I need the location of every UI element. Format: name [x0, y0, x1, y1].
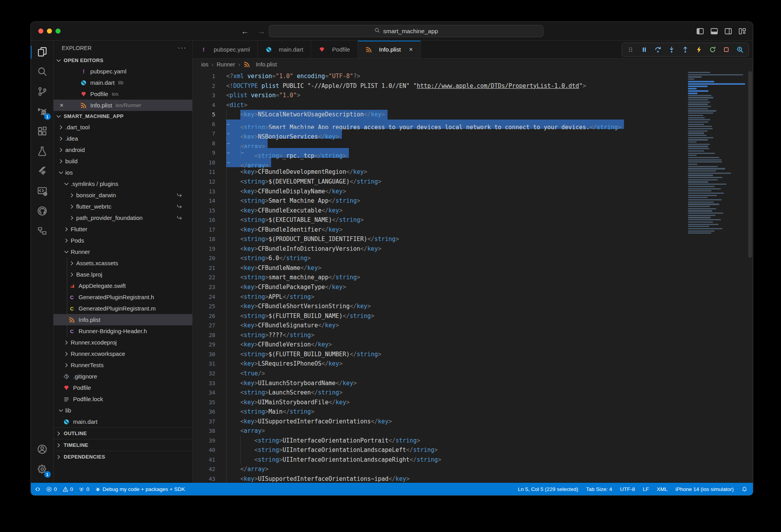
more-actions-icon[interactable]: ··· [178, 44, 187, 52]
line-content[interactable]: <string>LaunchScreen</string> [226, 388, 343, 398]
tree-item[interactable]: build [54, 155, 192, 167]
device-selector[interactable]: iPhone 14 (ios simulator) [676, 486, 734, 492]
code-line[interactable]: 3 <plist version="1.0"> [193, 91, 753, 100]
activity-account[interactable] [31, 440, 54, 460]
step-over-button[interactable] [654, 46, 661, 53]
code-line[interactable]: 27 <key>CFBundleSignature</key> [193, 321, 753, 330]
code-line[interactable]: 20 <string>6.0</string> [193, 254, 753, 263]
code-line[interactable]: 34 <string>LaunchScreen</string> [193, 388, 753, 398]
code-line[interactable]: 28 <string>????</string> [193, 330, 753, 340]
code-line[interactable]: 5 <key>NSLocalNetworkUsageDescription</k… [193, 110, 753, 120]
line-content[interactable]: <key>CFBundleShortVersionString</key> [226, 302, 371, 311]
line-content[interactable]: <string>$(DEVELOPMENT_LANGUAGE)</string> [226, 177, 381, 187]
gripper-button[interactable] [627, 46, 634, 53]
pause-button[interactable] [641, 46, 648, 53]
activity-testing[interactable] [31, 142, 54, 162]
tree-item[interactable]: ios [54, 167, 192, 178]
code-line[interactable]: 29 <key>CFBundleVersion</key> [193, 340, 753, 350]
breadcrumb-file[interactable]: Info.plist [243, 61, 277, 68]
code-line[interactable]: 14 <string>Smart Machine App</string> [193, 196, 753, 206]
tree-item[interactable]: .gitignore [54, 371, 192, 382]
step-into-button[interactable] [668, 46, 675, 53]
line-number[interactable]: 5 [193, 110, 215, 120]
open-editor-item[interactable]: !pubspec.yaml [54, 66, 192, 77]
activity-hierarchy[interactable] [31, 221, 54, 241]
code-line[interactable]: 11 <key>CFBundleDevelopmentRegion</key> [193, 167, 753, 177]
activity-run-debug[interactable]: 1 [31, 102, 54, 122]
line-number[interactable]: 40 [193, 445, 215, 455]
line-number[interactable]: 32 [193, 369, 215, 378]
toggle-panel-icon[interactable] [710, 27, 718, 35]
line-content[interactable]: →<array> [226, 139, 268, 148]
code-line[interactable]: 16 <string>$(EXECUTABLE_NAME)</string> [193, 215, 753, 225]
code-line[interactable]: 39 <string>UIInterfaceOrientationPortrai… [193, 436, 753, 446]
line-content[interactable]: <string>$(FLUTTER_BUILD_NUMBER)</string> [226, 350, 381, 359]
line-number[interactable]: 33 [193, 378, 215, 388]
code-line[interactable]: 21 <key>CFBundleName</key> [193, 263, 753, 273]
eol[interactable]: LF [643, 486, 649, 492]
toggle-secondary-sidebar-icon[interactable] [724, 27, 732, 35]
code-line[interactable]: 25 <key>CFBundleShortVersionString</key> [193, 302, 753, 311]
line-content[interactable]: <key>LSRequiresIPhoneOS</key> [226, 359, 343, 369]
line-content[interactable]: <key>UILaunchStoryboardName</key> [226, 378, 357, 388]
line-content[interactable]: <string>APPL</string> [226, 292, 315, 302]
encoding[interactable]: UTF-8 [620, 486, 635, 492]
tree-item[interactable]: flutter_webrtc [54, 201, 192, 212]
tree-item[interactable]: Runner.xcworkspace [54, 348, 192, 359]
line-content[interactable]: <string>Main</string> [226, 407, 315, 417]
code-line[interactable]: 12 <string>$(DEVELOPMENT_LANGUAGE)</stri… [193, 177, 753, 187]
line-content[interactable]: <key>CFBundleInfoDictionaryVersion</key> [226, 244, 381, 254]
hot-reload-button[interactable] [695, 46, 702, 53]
code-line[interactable]: 9 →→<string>_rpc._tcp</string> [193, 148, 753, 158]
code-line[interactable]: 18 <string>$(PRODUCT_BUNDLE_IDENTIFIER)<… [193, 234, 753, 244]
line-number[interactable]: 43 [193, 474, 215, 483]
line-number[interactable]: 26 [193, 311, 215, 321]
line-number[interactable]: 15 [193, 206, 215, 216]
scrollbar-thumb[interactable] [748, 71, 752, 258]
tab-Podfile[interactable]: Podfile [311, 41, 358, 58]
code-line[interactable]: 32 <true/> [193, 369, 753, 378]
code-line[interactable]: 4 <dict> [193, 100, 753, 110]
code-line[interactable]: 36 <string>Main</string> [193, 407, 753, 417]
line-content[interactable]: <string>????</string> [226, 330, 315, 340]
line-number[interactable]: 4 [193, 100, 215, 110]
line-number[interactable]: 13 [193, 187, 215, 196]
line-number[interactable]: 2 [193, 81, 215, 91]
minimap[interactable] [688, 72, 747, 235]
tree-item[interactable]: Podfile [54, 382, 192, 393]
tree-item[interactable]: .symlinks / plugins [54, 178, 192, 189]
line-number[interactable]: 27 [193, 321, 215, 330]
line-content[interactable]: <true/> [226, 369, 265, 378]
line-content[interactable]: <key>UIMainStoryboardFile</key> [226, 398, 350, 407]
line-content[interactable]: <key>CFBundleSignature</key> [226, 321, 339, 330]
line-content[interactable]: <string>$(PRODUCT_BUNDLE_IDENTIFIER)</st… [226, 234, 399, 244]
line-number[interactable]: 24 [193, 292, 215, 302]
line-content[interactable]: <string>UIInterfaceOrientationPortrait</… [226, 436, 420, 446]
activity-settings[interactable]: 1 [31, 460, 54, 480]
tree-item[interactable]: AppDelegate.swift [54, 280, 192, 291]
line-number[interactable]: 30 [193, 350, 215, 359]
language-mode[interactable]: XML [657, 486, 668, 492]
section-outline[interactable]: OUTLINE [54, 427, 192, 439]
tree-item[interactable]: path_provider_foundation [54, 212, 192, 223]
code-line[interactable]: 41 <string>UIInterfaceOrientationLandsca… [193, 455, 753, 465]
tree-item[interactable]: lib [54, 405, 192, 416]
customize-layout-icon[interactable] [738, 27, 746, 35]
tree-item[interactable]: Info.plist [54, 314, 192, 325]
line-content[interactable]: <key>CFBundleVersion</key> [226, 340, 332, 350]
close-window-button[interactable] [38, 29, 43, 34]
line-content[interactable]: <key>CFBundleDevelopmentRegion</key> [226, 167, 367, 177]
code-line[interactable]: 37 <key>UISupportedInterfaceOrientations… [193, 417, 753, 427]
tab-main.dart[interactable]: main.dart [258, 41, 311, 58]
activity-explorer[interactable] [31, 42, 54, 62]
section-project[interactable]: SMART_MACHINE_APP [54, 111, 192, 121]
open-editor-item[interactable]: Podfile ios [54, 88, 192, 100]
activity-search[interactable] [31, 62, 54, 82]
stop-button[interactable] [723, 46, 730, 53]
line-number[interactable]: 34 [193, 388, 215, 398]
line-number[interactable]: 29 [193, 340, 215, 350]
line-number[interactable]: 3 [193, 91, 215, 100]
close-icon[interactable]: × [60, 102, 63, 109]
breadcrumb-item[interactable]: ios [201, 61, 209, 68]
ports[interactable]: 0 [79, 486, 89, 492]
